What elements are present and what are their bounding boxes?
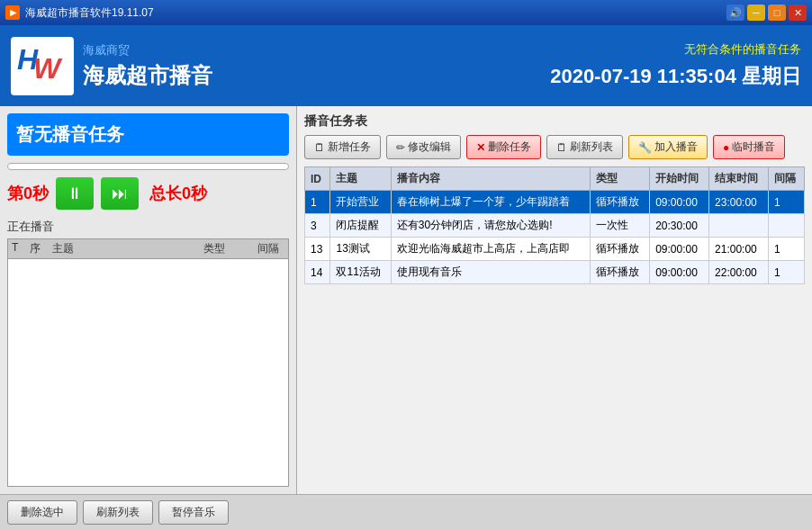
header-area: H W 海威商贸 海威超市播音 无符合条件的播音任务 2020-07-19 11… xyxy=(0,25,812,106)
body-area: 暂无播音任务 第0秒 ⏸ ⏭ 总长0秒 正在播音 T 序 主题 类型 间隔 播音… xyxy=(0,106,812,494)
th-end: 结束时间 xyxy=(709,167,769,191)
table-cell: 双11活动 xyxy=(330,261,391,284)
task-table-head: ID 主题 播音内容 类型 开始时间 结束时间 间隔 xyxy=(305,167,805,191)
join-broadcast-button[interactable]: 🔧 加入播音 xyxy=(628,135,708,159)
delete-task-icon: ✕ xyxy=(476,141,485,154)
th-interval: 间隔 xyxy=(768,167,804,191)
pause-button[interactable]: ⏸ xyxy=(56,177,94,210)
table-cell: 09:00:00 xyxy=(650,261,709,284)
refresh-icon: 🗒 xyxy=(556,141,567,154)
product-name: 海威超市播音 xyxy=(83,61,212,90)
refresh-label: 刷新列表 xyxy=(570,139,613,155)
table-cell: 闭店提醒 xyxy=(330,214,391,238)
table-cell: 09:00:00 xyxy=(650,238,709,261)
col-type-h: 类型 xyxy=(203,241,257,256)
table-cell: 春在柳树上爆了一个芽，少年踢踏着 xyxy=(391,191,590,214)
th-title: 主题 xyxy=(330,167,391,191)
left-panel: 暂无播音任务 第0秒 ⏸ ⏭ 总长0秒 正在播音 T 序 主题 类型 间隔 xyxy=(0,106,297,494)
col-interval-h: 间隔 xyxy=(257,241,284,256)
panel-title: 播音任务表 xyxy=(304,113,805,130)
temp-broadcast-button[interactable]: ● 临时播音 xyxy=(713,135,785,159)
table-cell: 使用现有音乐 xyxy=(391,261,590,284)
edit-task-label: 修改编辑 xyxy=(408,139,451,155)
table-header-row: ID 主题 播音内容 类型 开始时间 结束时间 间隔 xyxy=(305,167,805,191)
app-icon: ▶ xyxy=(5,5,20,20)
right-panel: 播音任务表 🗒 新增任务 ✏ 修改编辑 ✕ 删除任务 🗒 刷新列表 xyxy=(297,106,812,494)
table-cell: 23:00:00 xyxy=(709,191,769,214)
main-content: H W 海威商贸 海威超市播音 无符合条件的播音任务 2020-07-19 11… xyxy=(0,25,812,530)
edit-task-icon: ✏ xyxy=(396,141,405,154)
logo-text-area: 海威商贸 海威超市播音 xyxy=(83,42,212,90)
join-broadcast-label: 加入播音 xyxy=(654,139,698,155)
table-cell xyxy=(768,214,804,238)
total-time-display: 总长0秒 xyxy=(149,183,207,204)
table-cell: 循环播放 xyxy=(591,261,650,284)
logo-box: H W xyxy=(11,37,74,95)
playing-table-header: T 序 主题 类型 间隔 xyxy=(7,238,289,259)
col-t: T xyxy=(12,241,30,256)
title-bar: ▶ 海威超市播音软件19.11.07 🔊 ─ □ ✕ xyxy=(0,0,812,25)
table-row[interactable]: 1开始营业春在柳树上爆了一个芽，少年踢踏着循环播放09:00:0023:00:0… xyxy=(305,191,805,214)
logo-w: W xyxy=(33,54,60,83)
header-right: 无符合条件的播音任务 2020-07-19 11:35:04 星期日 xyxy=(550,41,801,90)
bottom-buttons: 删除选中 刷新列表 暂停音乐 xyxy=(0,494,812,530)
temp-broadcast-label: 临时播音 xyxy=(732,139,775,155)
refresh-list-button[interactable]: 刷新列表 xyxy=(83,500,153,525)
th-id: ID xyxy=(305,167,330,191)
add-task-icon: 🗒 xyxy=(314,141,325,154)
hw-logo: H W xyxy=(15,41,69,91)
col-seq: 序 xyxy=(30,241,52,256)
table-cell: 循环播放 xyxy=(591,191,650,214)
refresh-button[interactable]: 🗒 刷新列表 xyxy=(546,135,623,159)
th-content: 播音内容 xyxy=(391,167,590,191)
table-row[interactable]: 1313测试欢迎光临海威超市上高店，上高店即循环播放09:00:0021:00:… xyxy=(305,238,805,261)
table-cell: 还有30分钟闭店，请您放心选购! xyxy=(391,214,590,238)
table-cell: 22:00:00 xyxy=(709,261,769,284)
add-task-button[interactable]: 🗒 新增任务 xyxy=(304,135,381,159)
task-table-body: 1开始营业春在柳树上爆了一个芽，少年踢踏着循环播放09:00:0023:00:0… xyxy=(305,191,805,284)
table-cell: 一次性 xyxy=(591,214,650,238)
delete-selected-button[interactable]: 删除选中 xyxy=(7,500,77,525)
next-button[interactable]: ⏭ xyxy=(101,177,139,210)
title-bar-text: 海威超市播音软件19.11.07 xyxy=(25,5,726,21)
th-type: 类型 xyxy=(591,167,650,191)
table-cell: 循环播放 xyxy=(591,238,650,261)
table-cell: 14 xyxy=(305,261,330,284)
table-cell: 13 xyxy=(305,238,330,261)
table-cell: 1 xyxy=(768,261,804,284)
minimize-button[interactable]: ─ xyxy=(747,4,765,21)
table-cell: 欢迎光临海威超市上高店，上高店即 xyxy=(391,238,590,261)
delete-task-button[interactable]: ✕ 删除任务 xyxy=(466,135,541,159)
datetime-display: 2020-07-19 11:35:04 星期日 xyxy=(550,63,801,90)
current-time-display: 第0秒 xyxy=(7,183,49,204)
table-cell: 13测试 xyxy=(330,238,391,261)
table-row[interactable]: 3闭店提醒还有30分钟闭店，请您放心选购!一次性20:30:00 xyxy=(305,214,805,238)
table-cell: 开始营业 xyxy=(330,191,391,214)
table-row[interactable]: 14双11活动使用现有音乐循环播放09:00:0022:00:001 xyxy=(305,261,805,284)
add-task-label: 新增任务 xyxy=(328,139,371,155)
company-name: 海威商贸 xyxy=(83,42,212,58)
playing-status: 暂无播音任务 xyxy=(7,113,289,156)
edit-task-button[interactable]: ✏ 修改编辑 xyxy=(386,135,461,159)
table-cell: 3 xyxy=(305,214,330,238)
table-cell: 1 xyxy=(305,191,330,214)
playing-table-body xyxy=(7,259,289,487)
maximize-button[interactable]: □ xyxy=(768,4,786,21)
th-start: 开始时间 xyxy=(650,167,709,191)
pause-music-button[interactable]: 暂停音乐 xyxy=(158,500,229,525)
now-playing-label: 正在播音 xyxy=(7,219,289,235)
speaker-button[interactable]: 🔊 xyxy=(726,4,744,21)
table-cell: 21:00:00 xyxy=(709,238,769,261)
table-cell: 20:30:00 xyxy=(650,214,709,238)
table-cell: 1 xyxy=(768,238,804,261)
toolbar: 🗒 新增任务 ✏ 修改编辑 ✕ 删除任务 🗒 刷新列表 🔧 加入播音 xyxy=(304,135,805,159)
col-title-h: 主题 xyxy=(52,241,203,256)
task-table: ID 主题 播音内容 类型 开始时间 结束时间 间隔 1开始营业春在柳树上爆了一… xyxy=(304,166,805,284)
table-cell: 09:00:00 xyxy=(650,191,709,214)
progress-bar-container xyxy=(7,163,289,170)
close-button[interactable]: ✕ xyxy=(789,4,807,21)
notice-text: 无符合条件的播音任务 xyxy=(550,41,801,58)
controls-row: 第0秒 ⏸ ⏭ 总长0秒 xyxy=(7,177,289,210)
task-table-container: ID 主题 播音内容 类型 开始时间 结束时间 间隔 1开始营业春在柳树上爆了一… xyxy=(304,166,805,487)
temp-broadcast-icon: ● xyxy=(723,141,729,154)
